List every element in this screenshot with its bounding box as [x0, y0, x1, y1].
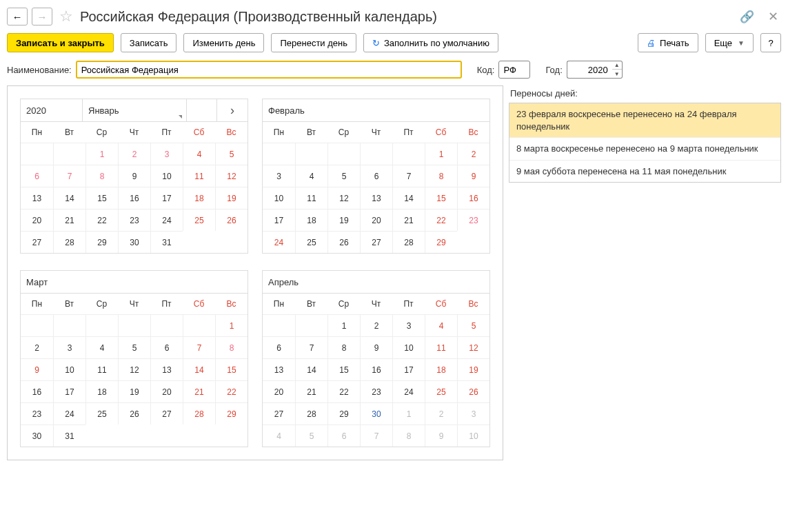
change-day-button[interactable]: Изменить день	[183, 33, 264, 52]
save-and-close-button[interactable]: Записать и закрыть	[7, 33, 114, 52]
calendar-day[interactable]: 4	[425, 314, 457, 336]
calendar-day[interactable]: 20	[263, 380, 295, 402]
calendar-day[interactable]: 27	[150, 402, 183, 424]
calendar-day[interactable]: 26	[327, 231, 360, 253]
calendar-day[interactable]: 10	[457, 424, 489, 447]
calendar-day[interactable]: 19	[457, 358, 489, 380]
print-button[interactable]: 🖨 Печать	[638, 33, 698, 52]
calendar-day[interactable]: 23	[360, 380, 392, 402]
calendar-day[interactable]: 25	[183, 209, 215, 231]
calendar-day[interactable]: 18	[425, 358, 457, 380]
name-input[interactable]	[76, 61, 462, 79]
calendar-day[interactable]: 5	[295, 424, 327, 447]
calendar-day[interactable]: 18	[85, 380, 118, 402]
calendar-day[interactable]: 8	[392, 424, 425, 447]
calendar-day[interactable]: 16	[360, 358, 392, 380]
calendar-day[interactable]: 6	[150, 336, 183, 358]
calendar-day[interactable]: 17	[392, 358, 425, 380]
calendar-day[interactable]: 9	[360, 336, 392, 358]
calendar-day[interactable]: 11	[425, 336, 457, 358]
calendar-day[interactable]: 24	[150, 209, 183, 231]
calendar-day[interactable]: 8	[327, 336, 360, 358]
calendar-day[interactable]: 23	[118, 209, 150, 231]
calendar-day[interactable]: 5	[215, 143, 247, 165]
spin-up-icon[interactable]: ▲	[612, 61, 622, 70]
calendar-day[interactable]: 11	[183, 165, 215, 187]
calendar-day[interactable]: 24	[53, 402, 85, 424]
calendar-day[interactable]: 24	[263, 231, 295, 253]
calendar-day[interactable]: 21	[392, 209, 425, 231]
calendar-day[interactable]: 26	[215, 209, 247, 231]
calendar-day[interactable]: 12	[457, 336, 489, 358]
calendar-day[interactable]: 16	[457, 187, 489, 209]
calendar-day[interactable]: 21	[183, 380, 215, 402]
calendar-day[interactable]: 12	[215, 165, 247, 187]
calendar-day[interactable]: 6	[263, 336, 295, 358]
calendar-day[interactable]: 18	[295, 209, 327, 231]
calendar-day[interactable]: 10	[150, 165, 183, 187]
calendar-day[interactable]: 31	[150, 231, 183, 253]
calendar-day[interactable]: 18	[183, 187, 215, 209]
calendar-day[interactable]: 9	[457, 165, 489, 187]
calendar-day[interactable]: 8	[215, 336, 247, 358]
calendar-day[interactable]: 14	[295, 358, 327, 380]
calendar-day[interactable]: 1	[425, 143, 457, 165]
calendar-day[interactable]: 19	[215, 187, 247, 209]
calendar-day[interactable]: 17	[150, 187, 183, 209]
calendar-day[interactable]: 17	[53, 380, 85, 402]
calendar-day[interactable]: 1	[215, 314, 247, 336]
calendar-day[interactable]: 25	[85, 402, 118, 424]
calendar-day[interactable]: 8	[85, 165, 118, 187]
month-name-dropdown[interactable]: Январь	[83, 99, 187, 121]
calendar-day[interactable]: 7	[295, 336, 327, 358]
calendar-day[interactable]: 19	[327, 209, 360, 231]
transfer-item[interactable]: 8 марта воскресенье перенесено на 9 март…	[509, 138, 780, 161]
transfer-item[interactable]: 23 февраля воскресенье перенесено на 24 …	[509, 103, 780, 138]
calendar-day[interactable]: 7	[392, 165, 425, 187]
calendar-day[interactable]: 13	[21, 187, 53, 209]
calendar-day[interactable]: 20	[360, 209, 392, 231]
spin-down-icon[interactable]: ▼	[612, 70, 622, 78]
calendar-day[interactable]: 7	[183, 336, 215, 358]
calendar-day[interactable]: 28	[53, 231, 85, 253]
calendar-day[interactable]: 27	[263, 402, 295, 424]
close-icon[interactable]: ✕	[765, 9, 781, 24]
calendar-day[interactable]: 3	[150, 143, 183, 165]
calendar-day[interactable]: 3	[392, 314, 425, 336]
calendar-day[interactable]: 3	[263, 165, 295, 187]
calendar-day[interactable]: 2	[360, 314, 392, 336]
link-icon[interactable]: 🔗	[740, 10, 754, 24]
calendar-day[interactable]: 2	[21, 336, 53, 358]
calendar-day[interactable]: 24	[392, 380, 425, 402]
calendar-day[interactable]: 30	[360, 402, 392, 424]
move-day-button[interactable]: Перенести день	[271, 33, 356, 52]
calendar-day[interactable]: 1	[392, 402, 425, 424]
calendar-day[interactable]: 2	[425, 402, 457, 424]
calendar-day[interactable]: 14	[53, 187, 85, 209]
fill-default-button[interactable]: ↻ Заполнить по умолчанию	[363, 33, 498, 52]
calendar-day[interactable]: 27	[360, 231, 392, 253]
calendar-day[interactable]: 21	[53, 209, 85, 231]
calendar-day[interactable]: 1	[85, 143, 118, 165]
year-input[interactable]	[567, 61, 612, 79]
calendar-day[interactable]: 3	[53, 336, 85, 358]
calendar-day[interactable]: 30	[21, 424, 53, 447]
calendar-day[interactable]: 29	[327, 402, 360, 424]
calendar-day[interactable]: 29	[425, 231, 457, 253]
calendar-day[interactable]: 10	[392, 336, 425, 358]
nav-back-button[interactable]: ←	[7, 8, 28, 25]
code-input[interactable]	[498, 61, 530, 79]
calendar-day[interactable]: 4	[85, 336, 118, 358]
calendar-day[interactable]: 11	[295, 187, 327, 209]
calendar-day[interactable]: 9	[21, 358, 53, 380]
calendar-day[interactable]: 27	[21, 231, 53, 253]
calendar-day[interactable]: 26	[457, 380, 489, 402]
help-button[interactable]: ?	[760, 33, 781, 52]
calendar-day[interactable]: 20	[21, 209, 53, 231]
calendar-day[interactable]: 30	[118, 231, 150, 253]
calendar-day[interactable]: 4	[263, 424, 295, 447]
calendar-day[interactable]: 12	[118, 358, 150, 380]
calendar-day[interactable]: 2	[118, 143, 150, 165]
calendar-day[interactable]: 11	[85, 358, 118, 380]
calendar-day[interactable]: 4	[295, 165, 327, 187]
